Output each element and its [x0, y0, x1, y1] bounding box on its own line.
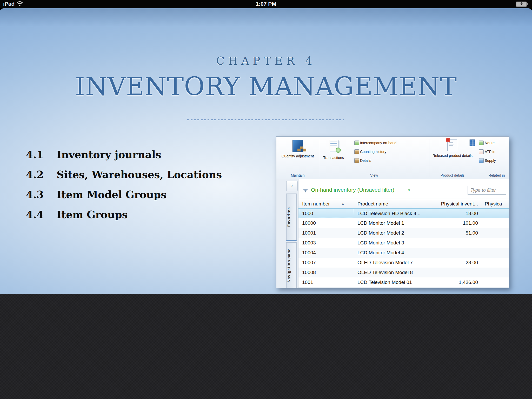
table-row: 10007 OLED Television Model 7 28.00 [298, 258, 509, 268]
table-body: 1000 LCD Television HD Black 4... 18.00 … [298, 208, 509, 288]
doc-line [449, 145, 453, 146]
book-page[interactable]: CHAPTER 4 INVENTORY MANAGEMENT 4.1 Inven… [0, 8, 532, 294]
page-title: INVENTORY MANAGEMENT [0, 72, 532, 101]
battery-charging-icon [516, 2, 528, 7]
quantity-adjustment-icon [292, 140, 303, 152]
filter-title: On-hand inventory (Unsaved filter) [311, 187, 394, 193]
sort-asc-icon: ▲ [341, 202, 344, 205]
ipad-screen: iPad 1:07 PM CHAPTER 4 INVENTORY MANAGEM… [0, 0, 532, 399]
intercompany-on-hand-icon [354, 141, 359, 145]
net-requirements-label: Net re [485, 141, 495, 145]
doc-line [449, 142, 453, 143]
cell-product-name: OLED Television Model 7 [357, 260, 413, 265]
details-icon [354, 158, 359, 163]
table-row: 1001 LCD Television Model 01 1,426.00 [298, 277, 509, 288]
group-label-view: View [319, 173, 429, 177]
doc-line [449, 144, 454, 144]
cell-product-name: LCD Television HD Black 4... [357, 211, 421, 216]
cell-product-name: LCD Monitor Model 4 [357, 250, 404, 256]
cell-item-number: 10003 [298, 238, 354, 248]
toc-label: Item Groups [57, 209, 128, 221]
building-grid [469, 139, 475, 146]
table-header-row: Item number ▲ Product name Physical inve… [298, 199, 509, 209]
atp-information-label: ATP in [485, 150, 495, 154]
boxes-icon [300, 147, 303, 149]
cell-item-number: 1001 [298, 277, 354, 287]
counting-history-icon [354, 149, 359, 154]
toc-item-inventory-journals[interactable]: 4.1 Inventory journals [26, 149, 273, 163]
col-item-number: Item number [302, 201, 330, 207]
table-row: 10004 LCD Monitor Model 4 [298, 248, 509, 258]
doc-line [330, 145, 337, 145]
intercompany-on-hand-item: Intercompany on-hand [360, 141, 396, 145]
plus-badge [446, 138, 450, 142]
atp-information-item: ATP in [485, 150, 495, 154]
cell-physical-inventory: 101.00 [431, 220, 478, 226]
filter-funnel-icon [303, 189, 308, 192]
supply-overview-icon [479, 158, 484, 163]
net-requirements-item: Net re [485, 141, 495, 145]
toc-label: Inventory journals [57, 149, 161, 161]
cell-product-name: LCD Monitor Model 3 [357, 240, 404, 246]
released-product-details-button: Released product details [432, 153, 473, 158]
doc-line [330, 143, 337, 144]
toc-number: 4.1 [26, 149, 44, 161]
table-row: 10001 LCD Monitor Model 2 51.00 [298, 228, 509, 238]
toc-number: 4.4 [26, 209, 44, 221]
toc-item-item-groups[interactable]: 4.4 Item Groups [26, 209, 273, 223]
toc-number: 4.2 [26, 169, 44, 181]
details-label: Details [360, 158, 371, 163]
group-label-maintain: Maintain [276, 173, 319, 177]
col-physical-2: Physica [485, 201, 502, 207]
battery-nub [527, 3, 528, 5]
status-bar: iPad 1:07 PM [0, 0, 532, 8]
toc-label: Sites, Warehouses, Locations [57, 169, 222, 181]
toc-item-item-model-groups[interactable]: 4.3 Item Model Groups [26, 189, 273, 203]
cell-physical-inventory: 18.00 [431, 211, 478, 216]
cell-item-number: 10004 [298, 248, 354, 258]
toc-item-sites-warehouses[interactable]: 4.2 Sites, Warehouses, Locations [26, 169, 273, 183]
cell-physical-inventory: 28.00 [431, 260, 478, 265]
cell-product-name: OLED Television Model 8 [357, 270, 413, 275]
supply-overview-item: Supply [485, 158, 496, 163]
cell-physical-inventory: 51.00 [431, 230, 478, 236]
thumbnail-strip: • CHAPTER 4 • INVENTORY MANAGEMENT Ans [0, 294, 532, 399]
quantity-adjustment-button: Quantity adjustment [280, 154, 316, 159]
group-separator [429, 139, 429, 177]
atp-information-icon [479, 149, 484, 154]
group-separator [476, 139, 476, 177]
supply-overview-label: Supply [485, 158, 496, 163]
doc-line [330, 142, 337, 142]
inventory-grid: On-hand inventory (Unsaved filter) ▾ Typ… [298, 179, 509, 288]
transactions-button: Transactions [318, 155, 349, 160]
table-row: 1000 LCD Television HD Black 4... 18.00 [298, 208, 509, 219]
transactions-go-icon [336, 148, 341, 153]
type-to-filter-input: Type to filter [468, 186, 506, 195]
cell-physical-inventory: 1,426.00 [431, 280, 478, 285]
counting-history-item: Counting history [360, 150, 386, 154]
chapter-kicker: CHAPTER 4 [0, 55, 532, 67]
details-item: Details [360, 158, 371, 163]
cell-item-number: 10008 [298, 268, 354, 277]
group-label-product-details: Product details [429, 173, 476, 177]
cell-item-number: 1000 [298, 209, 354, 218]
table-row: 10003 LCD Monitor Model 3 [298, 238, 509, 248]
ribbon: Quantity adjustment Maintain Transaction… [276, 137, 509, 179]
table-row: 10008 OLED Television Model 8 [298, 268, 509, 278]
col-physical-inventory: Physical invent... [431, 201, 478, 207]
collapse-pane-button: › [286, 181, 298, 191]
cell-product-name: LCD Monitor Model 1 [357, 220, 404, 226]
filter-caret-icon: ▾ [408, 188, 410, 192]
toc-number: 4.3 [26, 189, 44, 201]
group-label-related-information: Related in [476, 173, 509, 177]
dotted-divider [187, 119, 344, 120]
cell-product-name: LCD Monitor Model 2 [357, 230, 404, 236]
cell-product-name: LCD Television Model 01 [357, 280, 412, 285]
clock: 1:07 PM [0, 1, 532, 7]
client-area: › Favorites Navigation pane On-hand inve… [276, 179, 509, 288]
filter-bar: On-hand inventory (Unsaved filter) ▾ Typ… [298, 179, 509, 198]
inventory-screenshot-figure[interactable]: Quantity adjustment Maintain Transaction… [276, 136, 509, 288]
toc-label: Item Model Groups [57, 189, 167, 201]
table-row: 10000 LCD Monitor Model 1 101.00 [298, 218, 509, 228]
released-product-details-icon [447, 139, 457, 151]
